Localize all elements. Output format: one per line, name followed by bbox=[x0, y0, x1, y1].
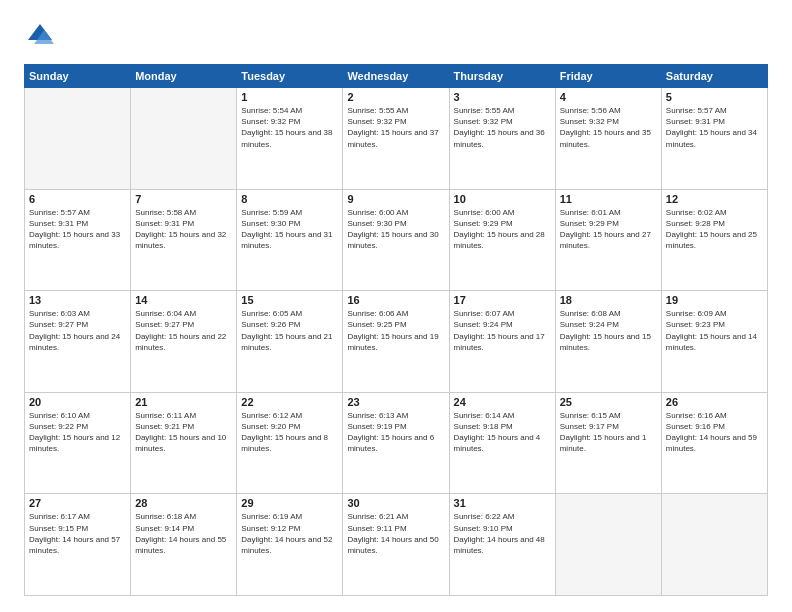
calendar-cell: 1Sunrise: 5:54 AMSunset: 9:32 PMDaylight… bbox=[237, 88, 343, 190]
calendar-cell: 10Sunrise: 6:00 AMSunset: 9:29 PMDayligh… bbox=[449, 189, 555, 291]
calendar-cell: 14Sunrise: 6:04 AMSunset: 9:27 PMDayligh… bbox=[131, 291, 237, 393]
calendar-cell: 31Sunrise: 6:22 AMSunset: 9:10 PMDayligh… bbox=[449, 494, 555, 596]
day-number: 4 bbox=[560, 91, 657, 103]
day-number: 8 bbox=[241, 193, 338, 205]
calendar-cell: 9Sunrise: 6:00 AMSunset: 9:30 PMDaylight… bbox=[343, 189, 449, 291]
calendar-cell: 7Sunrise: 5:58 AMSunset: 9:31 PMDaylight… bbox=[131, 189, 237, 291]
day-info: Sunrise: 5:58 AMSunset: 9:31 PMDaylight:… bbox=[135, 207, 232, 252]
day-info: Sunrise: 5:55 AMSunset: 9:32 PMDaylight:… bbox=[454, 105, 551, 150]
day-number: 14 bbox=[135, 294, 232, 306]
calendar-cell: 4Sunrise: 5:56 AMSunset: 9:32 PMDaylight… bbox=[555, 88, 661, 190]
calendar-cell: 18Sunrise: 6:08 AMSunset: 9:24 PMDayligh… bbox=[555, 291, 661, 393]
day-number: 20 bbox=[29, 396, 126, 408]
calendar-week-row: 27Sunrise: 6:17 AMSunset: 9:15 PMDayligh… bbox=[25, 494, 768, 596]
calendar-cell bbox=[131, 88, 237, 190]
calendar-cell: 16Sunrise: 6:06 AMSunset: 9:25 PMDayligh… bbox=[343, 291, 449, 393]
day-info: Sunrise: 6:04 AMSunset: 9:27 PMDaylight:… bbox=[135, 308, 232, 353]
calendar-cell: 22Sunrise: 6:12 AMSunset: 9:20 PMDayligh… bbox=[237, 392, 343, 494]
day-number: 12 bbox=[666, 193, 763, 205]
day-info: Sunrise: 6:08 AMSunset: 9:24 PMDaylight:… bbox=[560, 308, 657, 353]
calendar-cell bbox=[661, 494, 767, 596]
day-info: Sunrise: 6:19 AMSunset: 9:12 PMDaylight:… bbox=[241, 511, 338, 556]
day-number: 22 bbox=[241, 396, 338, 408]
calendar-cell: 28Sunrise: 6:18 AMSunset: 9:14 PMDayligh… bbox=[131, 494, 237, 596]
day-number: 31 bbox=[454, 497, 551, 509]
day-number: 2 bbox=[347, 91, 444, 103]
day-info: Sunrise: 6:15 AMSunset: 9:17 PMDaylight:… bbox=[560, 410, 657, 455]
day-number: 25 bbox=[560, 396, 657, 408]
day-info: Sunrise: 6:00 AMSunset: 9:29 PMDaylight:… bbox=[454, 207, 551, 252]
day-info: Sunrise: 5:56 AMSunset: 9:32 PMDaylight:… bbox=[560, 105, 657, 150]
calendar-cell: 5Sunrise: 5:57 AMSunset: 9:31 PMDaylight… bbox=[661, 88, 767, 190]
day-info: Sunrise: 6:00 AMSunset: 9:30 PMDaylight:… bbox=[347, 207, 444, 252]
day-info: Sunrise: 5:57 AMSunset: 9:31 PMDaylight:… bbox=[29, 207, 126, 252]
day-info: Sunrise: 6:05 AMSunset: 9:26 PMDaylight:… bbox=[241, 308, 338, 353]
day-number: 13 bbox=[29, 294, 126, 306]
day-info: Sunrise: 6:17 AMSunset: 9:15 PMDaylight:… bbox=[29, 511, 126, 556]
col-tuesday: Tuesday bbox=[237, 65, 343, 88]
day-number: 16 bbox=[347, 294, 444, 306]
day-number: 24 bbox=[454, 396, 551, 408]
col-thursday: Thursday bbox=[449, 65, 555, 88]
calendar-cell bbox=[555, 494, 661, 596]
calendar-cell: 24Sunrise: 6:14 AMSunset: 9:18 PMDayligh… bbox=[449, 392, 555, 494]
col-monday: Monday bbox=[131, 65, 237, 88]
day-info: Sunrise: 6:22 AMSunset: 9:10 PMDaylight:… bbox=[454, 511, 551, 556]
calendar-table: Sunday Monday Tuesday Wednesday Thursday… bbox=[24, 64, 768, 596]
page: Sunday Monday Tuesday Wednesday Thursday… bbox=[0, 0, 792, 612]
calendar-cell: 2Sunrise: 5:55 AMSunset: 9:32 PMDaylight… bbox=[343, 88, 449, 190]
day-number: 26 bbox=[666, 396, 763, 408]
day-number: 7 bbox=[135, 193, 232, 205]
day-number: 9 bbox=[347, 193, 444, 205]
day-info: Sunrise: 5:57 AMSunset: 9:31 PMDaylight:… bbox=[666, 105, 763, 150]
day-number: 3 bbox=[454, 91, 551, 103]
day-number: 29 bbox=[241, 497, 338, 509]
calendar-cell: 19Sunrise: 6:09 AMSunset: 9:23 PMDayligh… bbox=[661, 291, 767, 393]
day-info: Sunrise: 6:02 AMSunset: 9:28 PMDaylight:… bbox=[666, 207, 763, 252]
day-info: Sunrise: 6:10 AMSunset: 9:22 PMDaylight:… bbox=[29, 410, 126, 455]
calendar-cell: 20Sunrise: 6:10 AMSunset: 9:22 PMDayligh… bbox=[25, 392, 131, 494]
calendar-header-row: Sunday Monday Tuesday Wednesday Thursday… bbox=[25, 65, 768, 88]
calendar-cell: 13Sunrise: 6:03 AMSunset: 9:27 PMDayligh… bbox=[25, 291, 131, 393]
calendar-cell: 3Sunrise: 5:55 AMSunset: 9:32 PMDaylight… bbox=[449, 88, 555, 190]
day-info: Sunrise: 5:59 AMSunset: 9:30 PMDaylight:… bbox=[241, 207, 338, 252]
calendar-cell: 6Sunrise: 5:57 AMSunset: 9:31 PMDaylight… bbox=[25, 189, 131, 291]
day-number: 1 bbox=[241, 91, 338, 103]
col-wednesday: Wednesday bbox=[343, 65, 449, 88]
day-info: Sunrise: 6:01 AMSunset: 9:29 PMDaylight:… bbox=[560, 207, 657, 252]
calendar-cell: 21Sunrise: 6:11 AMSunset: 9:21 PMDayligh… bbox=[131, 392, 237, 494]
calendar-cell: 17Sunrise: 6:07 AMSunset: 9:24 PMDayligh… bbox=[449, 291, 555, 393]
day-number: 17 bbox=[454, 294, 551, 306]
logo bbox=[24, 20, 60, 52]
calendar-cell: 27Sunrise: 6:17 AMSunset: 9:15 PMDayligh… bbox=[25, 494, 131, 596]
calendar-week-row: 1Sunrise: 5:54 AMSunset: 9:32 PMDaylight… bbox=[25, 88, 768, 190]
day-info: Sunrise: 6:16 AMSunset: 9:16 PMDaylight:… bbox=[666, 410, 763, 455]
calendar-week-row: 13Sunrise: 6:03 AMSunset: 9:27 PMDayligh… bbox=[25, 291, 768, 393]
day-info: Sunrise: 6:13 AMSunset: 9:19 PMDaylight:… bbox=[347, 410, 444, 455]
day-number: 21 bbox=[135, 396, 232, 408]
calendar-cell: 30Sunrise: 6:21 AMSunset: 9:11 PMDayligh… bbox=[343, 494, 449, 596]
day-number: 19 bbox=[666, 294, 763, 306]
day-info: Sunrise: 6:09 AMSunset: 9:23 PMDaylight:… bbox=[666, 308, 763, 353]
day-info: Sunrise: 6:18 AMSunset: 9:14 PMDaylight:… bbox=[135, 511, 232, 556]
day-number: 28 bbox=[135, 497, 232, 509]
day-info: Sunrise: 5:54 AMSunset: 9:32 PMDaylight:… bbox=[241, 105, 338, 150]
day-info: Sunrise: 6:07 AMSunset: 9:24 PMDaylight:… bbox=[454, 308, 551, 353]
header bbox=[24, 20, 768, 52]
calendar-week-row: 20Sunrise: 6:10 AMSunset: 9:22 PMDayligh… bbox=[25, 392, 768, 494]
logo-icon bbox=[24, 20, 56, 52]
calendar-cell: 11Sunrise: 6:01 AMSunset: 9:29 PMDayligh… bbox=[555, 189, 661, 291]
calendar-cell: 29Sunrise: 6:19 AMSunset: 9:12 PMDayligh… bbox=[237, 494, 343, 596]
calendar-cell: 25Sunrise: 6:15 AMSunset: 9:17 PMDayligh… bbox=[555, 392, 661, 494]
day-number: 15 bbox=[241, 294, 338, 306]
day-number: 5 bbox=[666, 91, 763, 103]
day-info: Sunrise: 6:03 AMSunset: 9:27 PMDaylight:… bbox=[29, 308, 126, 353]
day-number: 10 bbox=[454, 193, 551, 205]
day-info: Sunrise: 5:55 AMSunset: 9:32 PMDaylight:… bbox=[347, 105, 444, 150]
day-number: 6 bbox=[29, 193, 126, 205]
calendar-cell: 23Sunrise: 6:13 AMSunset: 9:19 PMDayligh… bbox=[343, 392, 449, 494]
day-number: 27 bbox=[29, 497, 126, 509]
calendar-cell bbox=[25, 88, 131, 190]
calendar-week-row: 6Sunrise: 5:57 AMSunset: 9:31 PMDaylight… bbox=[25, 189, 768, 291]
calendar-cell: 12Sunrise: 6:02 AMSunset: 9:28 PMDayligh… bbox=[661, 189, 767, 291]
